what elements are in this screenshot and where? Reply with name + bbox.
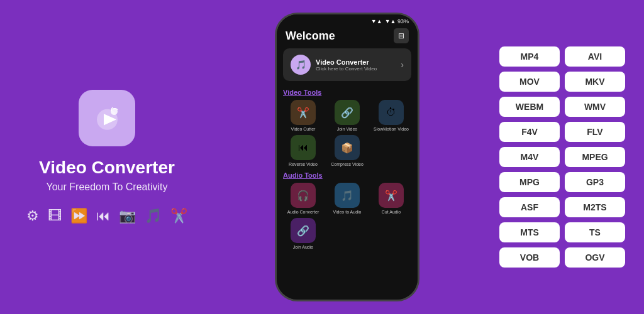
tool-video-cutter[interactable]: ✂️ Video Cutter: [283, 100, 323, 131]
format-btn-gp3[interactable]: GP3: [565, 172, 625, 192]
banner-title: Video Converter: [316, 58, 377, 66]
format-btn-asf[interactable]: ASF: [499, 197, 560, 217]
video-tools-label: Video Tools: [277, 87, 418, 100]
tool-label-slow-motion: SlowMotion Video: [374, 127, 409, 131]
format-btn-mpg[interactable]: MPG: [499, 172, 560, 192]
battery-icon: ▼▲ 93%: [385, 18, 409, 24]
banner-subtitle: Click here to Convert Video: [316, 66, 377, 72]
tool-cut-audio[interactable]: ✂️ Cut Audio: [371, 183, 411, 214]
tool-icon-reverse-video: ⏮: [291, 135, 316, 160]
feature-icons-row: ⚙ 🎞 ⏩ ⏮ 📷 🎵 ✂️: [26, 208, 187, 224]
format-btn-f4v[interactable]: F4V: [499, 122, 560, 142]
tool-video-to-audio[interactable]: 🎵 Video to Audio: [327, 183, 367, 214]
tool-label-video-to-audio: Video to Audio: [333, 210, 361, 214]
tool-label-cut-audio: Cut Audio: [382, 210, 401, 214]
format-btn-webm[interactable]: WEBM: [499, 97, 560, 117]
feature-icon-4: ⏮: [96, 208, 110, 224]
app-subtitle: Your Freedom To Creativity: [47, 181, 168, 193]
left-section: Video Converter Your Freedom To Creativi…: [19, 90, 195, 224]
phone-header: Welcome ⊟: [277, 26, 418, 48]
tool-icon-video-to-audio: 🎵: [335, 183, 360, 208]
tool-compress-video[interactable]: 📦 Compress Video: [327, 135, 367, 166]
tool-label-compress-video: Compress Video: [331, 162, 364, 166]
feature-icon-6: 🎵: [145, 208, 162, 224]
format-btn-mkv[interactable]: MKV: [565, 72, 625, 92]
format-btn-mts[interactable]: MTS: [499, 222, 560, 242]
tool-join-audio[interactable]: 🔗 Join Audio: [283, 218, 323, 249]
tool-label-audio-converter: Audio Converter: [287, 210, 319, 214]
formats-grid: MP4AVIMOVMKVWEBMWMVF4VFLVM4VMPEGMPGGP3AS…: [499, 46, 625, 268]
phone-menu-icon[interactable]: ⊟: [394, 28, 409, 43]
tool-icon-compress-video: 📦: [335, 135, 360, 160]
app-title: Video Converter: [39, 158, 175, 178]
tool-icon-cut-audio: ✂️: [379, 183, 404, 208]
phone-welcome-title: Welcome: [286, 30, 335, 43]
phone-mockup: ▼▲ ▼▲ 93% Welcome ⊟ 🎵 Video Converter Cl…: [275, 13, 419, 301]
tool-label-reverse-video: Reverse Video: [289, 162, 318, 166]
format-btn-mp4[interactable]: MP4: [499, 46, 560, 67]
format-btn-wmv[interactable]: WMV: [565, 97, 625, 117]
feature-icon-5: 📷: [119, 208, 136, 224]
audio-tools-label: Audio Tools: [277, 170, 418, 183]
feature-icon-2: 🎞: [48, 208, 62, 224]
banner-left: 🎵 Video Converter Click here to Convert …: [291, 55, 377, 75]
format-btn-ts[interactable]: TS: [565, 222, 625, 242]
format-btn-ogv[interactable]: OGV: [565, 247, 625, 268]
tool-reverse-video[interactable]: ⏮ Reverse Video: [283, 135, 323, 166]
tool-icon-join-video: 🔗: [335, 100, 360, 125]
video-converter-banner[interactable]: 🎵 Video Converter Click here to Convert …: [283, 48, 411, 81]
feature-icon-1: ⚙: [26, 208, 39, 224]
format-btn-mpeg[interactable]: MPEG: [565, 147, 625, 167]
format-btn-flv[interactable]: FLV: [565, 122, 625, 142]
tool-icon-video-cutter: ✂️: [291, 100, 316, 125]
banner-arrow-icon: ›: [401, 60, 404, 70]
audio-tools-grid: 🎧 Audio Converter 🎵 Video to Audio ✂️ Cu…: [277, 183, 418, 253]
banner-icon: 🎵: [291, 55, 311, 75]
banner-text: Video Converter Click here to Convert Vi…: [316, 58, 377, 72]
tool-icon-join-audio: 🔗: [291, 218, 316, 243]
tool-icon-audio-converter: 🎧: [291, 183, 316, 208]
feature-icon-7: ✂️: [170, 208, 187, 224]
tool-label-join-video: Join Video: [337, 127, 358, 131]
tool-label-join-audio: Join Audio: [293, 245, 313, 249]
signal-icon: ▼▲: [371, 18, 382, 24]
video-tools-grid: ✂️ Video Cutter 🔗 Join Video ⏱ SlowMotio…: [277, 100, 418, 170]
tool-slow-motion[interactable]: ⏱ SlowMotion Video: [371, 100, 411, 131]
format-btn-m2ts[interactable]: M2TS: [565, 197, 625, 217]
feature-icon-3: ⏩: [70, 208, 87, 224]
tool-label-video-cutter: Video Cutter: [291, 127, 316, 131]
tool-icon-slow-motion: ⏱: [379, 100, 404, 125]
app-icon: [79, 90, 135, 146]
tool-audio-converter[interactable]: 🎧 Audio Converter: [283, 183, 323, 214]
format-btn-mov[interactable]: MOV: [499, 72, 560, 92]
format-btn-m4v[interactable]: M4V: [499, 147, 560, 167]
status-bar: ▼▲ ▼▲ 93%: [277, 14, 418, 26]
phone-screen: ▼▲ ▼▲ 93% Welcome ⊟ 🎵 Video Converter Cl…: [277, 14, 418, 300]
tool-join-video[interactable]: 🔗 Join Video: [327, 100, 367, 131]
format-btn-vob[interactable]: VOB: [499, 247, 560, 268]
format-btn-avi[interactable]: AVI: [565, 46, 625, 67]
